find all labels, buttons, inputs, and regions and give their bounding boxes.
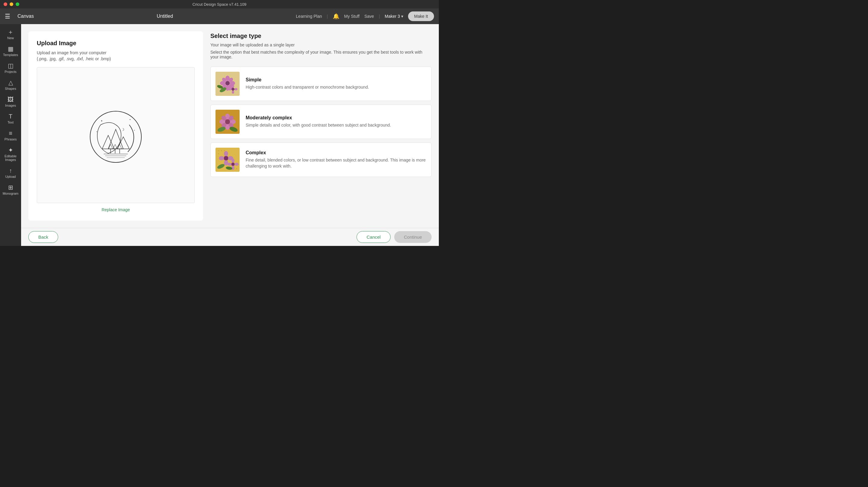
imagetype-subtitle: Your image will be uploaded as a single … bbox=[210, 42, 432, 47]
type-card-moderate-body: Moderately complex Simple details and co… bbox=[246, 115, 391, 128]
sidebar-item-shapes[interactable]: △ Shapes bbox=[0, 77, 21, 93]
upload-title: Upload Image bbox=[37, 40, 195, 47]
svg-point-61 bbox=[224, 156, 228, 160]
text-icon: T bbox=[9, 113, 12, 119]
sidebar-item-text-label: Text bbox=[7, 121, 13, 124]
imagetype-title: Select image type bbox=[210, 33, 432, 39]
type-card-simple[interactable]: Simple High-contrast colors and transpar… bbox=[210, 67, 432, 101]
svg-point-52 bbox=[224, 150, 225, 151]
sidebar-item-projects[interactable]: ◫ Projects bbox=[0, 60, 21, 76]
canvas-label: Canvas bbox=[18, 13, 34, 19]
svg-point-59 bbox=[219, 156, 224, 160]
content-body: Upload Image Upload an image from your c… bbox=[21, 24, 439, 228]
svg-point-63 bbox=[231, 158, 235, 163]
svg-marker-3 bbox=[117, 137, 129, 149]
sidebar-item-shapes-label: Shapes bbox=[5, 87, 16, 90]
type-card-moderate-title: Moderately complex bbox=[246, 115, 391, 121]
images-icon: 🖼 bbox=[7, 96, 13, 102]
new-icon: ＋ bbox=[7, 29, 13, 35]
close-button[interactable] bbox=[4, 2, 7, 6]
svg-point-65 bbox=[227, 163, 231, 166]
divider-2: | bbox=[379, 14, 380, 19]
machine-selector[interactable]: Maker 3 ▾ bbox=[385, 14, 404, 19]
save-button[interactable]: Save bbox=[364, 14, 374, 19]
sidebar-item-editable-images-label: Editable Images bbox=[1, 154, 20, 161]
titlebar: Cricut Design Space v7.41.109 bbox=[0, 0, 439, 8]
sidebar-item-new[interactable]: ＋ New bbox=[0, 27, 21, 42]
monogram-icon: ⊞ bbox=[8, 184, 13, 190]
imagetype-description: Select the option that best matches the … bbox=[210, 50, 432, 59]
svg-point-28 bbox=[225, 81, 230, 85]
sidebar: ＋ New ▦ Templates ◫ Projects △ Shapes 🖼 … bbox=[0, 24, 21, 246]
type-card-complex-body: Complex Fine detail, blended colors, or … bbox=[246, 150, 427, 169]
svg-point-57 bbox=[224, 151, 228, 156]
shapes-icon: △ bbox=[8, 80, 13, 86]
sidebar-item-phrases[interactable]: ≡ Phrases bbox=[0, 128, 21, 144]
imagetype-panel: Select image type Your image will be upl… bbox=[210, 31, 432, 221]
svg-text:✦: ✦ bbox=[96, 131, 97, 132]
type-card-complex-title: Complex bbox=[246, 150, 427, 155]
bottom-left-actions: Back bbox=[28, 231, 58, 243]
svg-point-30 bbox=[232, 85, 234, 88]
app-title: Cricut Design Space v7.41.109 bbox=[192, 2, 246, 7]
svg-point-67 bbox=[231, 163, 235, 166]
sidebar-item-monogram[interactable]: ⊞ Monogram bbox=[0, 182, 21, 198]
svg-point-50 bbox=[218, 150, 219, 151]
type-card-complex-image bbox=[216, 148, 240, 172]
back-button[interactable]: Back bbox=[28, 231, 58, 243]
continue-button[interactable]: Continue bbox=[394, 231, 432, 243]
notification-icon[interactable]: 🔔 bbox=[333, 13, 339, 20]
traffic-lights bbox=[4, 2, 19, 6]
bottom-right-actions: Cancel Continue bbox=[356, 231, 432, 243]
type-card-simple-image bbox=[216, 72, 240, 96]
sidebar-item-projects-label: Projects bbox=[4, 70, 17, 73]
type-card-simple-title: Simple bbox=[246, 77, 369, 83]
type-card-complex[interactable]: Complex Fine detail, blended colors, or … bbox=[210, 143, 432, 177]
machine-name: Maker 3 bbox=[385, 14, 400, 19]
type-card-moderate-description: Simple details and color, with good cont… bbox=[246, 122, 391, 128]
sidebar-item-upload[interactable]: ↑ Upload bbox=[0, 165, 21, 181]
upload-icon: ↑ bbox=[9, 168, 12, 174]
sidebar-item-phrases-label: Phrases bbox=[4, 138, 17, 141]
sidebar-item-new-label: New bbox=[7, 36, 14, 40]
content-area: Upload Image Upload an image from your c… bbox=[21, 24, 439, 246]
sidebar-item-templates-label: Templates bbox=[3, 53, 18, 57]
sidebar-item-templates[interactable]: ▦ Templates bbox=[0, 43, 21, 59]
maximize-button[interactable] bbox=[16, 2, 19, 6]
svg-point-46 bbox=[225, 119, 230, 124]
sidebar-item-images[interactable]: 🖼 Images bbox=[0, 94, 21, 110]
sidebar-item-editable-images[interactable]: ✦ Editable Images bbox=[0, 145, 21, 164]
svg-point-51 bbox=[221, 150, 222, 151]
svg-point-29 bbox=[231, 88, 235, 91]
svg-point-33 bbox=[235, 88, 238, 90]
svg-text:✦: ✦ bbox=[129, 119, 131, 121]
type-card-complex-description: Fine detail, blended colors, or low cont… bbox=[246, 157, 427, 169]
svg-text:✦: ✦ bbox=[101, 120, 103, 122]
menu-icon[interactable]: ☰ bbox=[5, 13, 10, 20]
replace-image-button[interactable]: Replace Image bbox=[37, 207, 195, 212]
svg-point-54 bbox=[236, 168, 237, 170]
my-stuff-link[interactable]: My Stuff bbox=[344, 14, 360, 19]
sidebar-item-monogram-label: Monogram bbox=[3, 192, 19, 195]
upload-description: Upload an image from your computer bbox=[37, 50, 195, 55]
type-card-moderate[interactable]: Moderately complex Simple details and co… bbox=[210, 104, 432, 139]
cancel-button[interactable]: Cancel bbox=[356, 231, 391, 243]
svg-point-32 bbox=[228, 88, 231, 90]
type-card-moderate-image bbox=[216, 110, 240, 134]
svg-point-66 bbox=[235, 163, 239, 166]
main-layout: ＋ New ▦ Templates ◫ Projects △ Shapes 🖼 … bbox=[0, 24, 439, 246]
svg-point-53 bbox=[218, 153, 219, 154]
bottom-bar: Back Cancel Continue bbox=[21, 228, 439, 246]
sidebar-item-text[interactable]: T Text bbox=[0, 111, 21, 127]
learning-plan-link[interactable]: Learning Plan bbox=[296, 14, 322, 19]
svg-text:☽: ☽ bbox=[121, 127, 124, 132]
upload-panel: Upload Image Upload an image from your c… bbox=[28, 31, 203, 221]
document-title: Untitled bbox=[157, 13, 173, 19]
uploaded-image-preview: ✦ ✦ ✦ ✦ ☽ bbox=[83, 102, 149, 169]
svg-text:✦: ✦ bbox=[134, 129, 135, 131]
minimize-button[interactable] bbox=[10, 2, 13, 6]
upload-preview-area[interactable]: ✦ ✦ ✦ ✦ ☽ bbox=[37, 67, 195, 203]
sidebar-item-upload-label: Upload bbox=[5, 175, 16, 178]
makeit-button[interactable]: Make It bbox=[408, 11, 434, 21]
editable-images-icon: ✦ bbox=[8, 147, 13, 153]
